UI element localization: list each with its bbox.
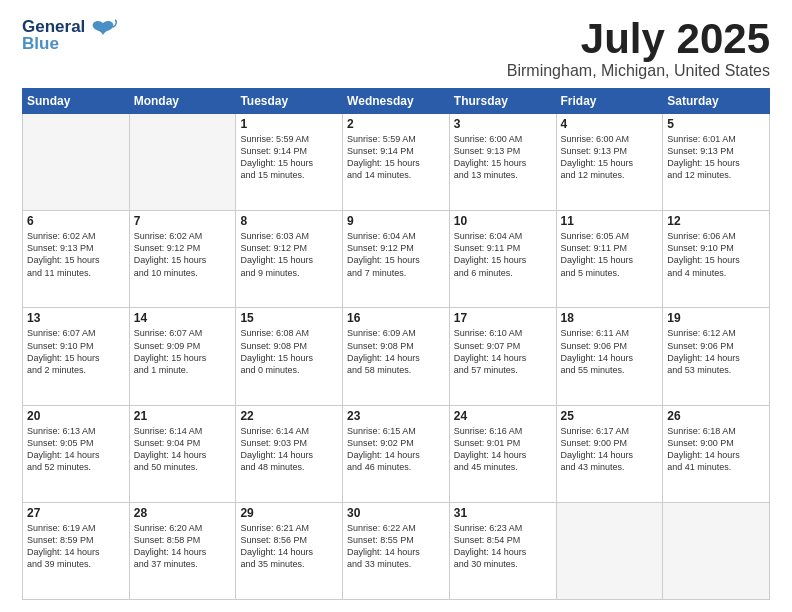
calendar-week-2: 6Sunrise: 6:02 AM Sunset: 9:13 PM Daylig… — [23, 211, 770, 308]
day-info: Sunrise: 6:04 AM Sunset: 9:11 PM Dayligh… — [454, 230, 552, 279]
day-number: 29 — [240, 506, 338, 520]
day-info: Sunrise: 6:07 AM Sunset: 9:09 PM Dayligh… — [134, 327, 232, 376]
calendar-cell-w1d1 — [23, 114, 130, 211]
day-info: Sunrise: 6:09 AM Sunset: 9:08 PM Dayligh… — [347, 327, 445, 376]
calendar-cell-w5d6 — [556, 502, 663, 599]
day-number: 11 — [561, 214, 659, 228]
day-number: 27 — [27, 506, 125, 520]
day-number: 19 — [667, 311, 765, 325]
calendar-week-1: 1Sunrise: 5:59 AM Sunset: 9:14 PM Daylig… — [23, 114, 770, 211]
day-info: Sunrise: 6:17 AM Sunset: 9:00 PM Dayligh… — [561, 425, 659, 474]
calendar-cell-w3d7: 19Sunrise: 6:12 AM Sunset: 9:06 PM Dayli… — [663, 308, 770, 405]
calendar-cell-w1d5: 3Sunrise: 6:00 AM Sunset: 9:13 PM Daylig… — [449, 114, 556, 211]
calendar-cell-w5d1: 27Sunrise: 6:19 AM Sunset: 8:59 PM Dayli… — [23, 502, 130, 599]
day-header-sunday: Sunday — [23, 89, 130, 114]
day-info: Sunrise: 6:15 AM Sunset: 9:02 PM Dayligh… — [347, 425, 445, 474]
day-info: Sunrise: 6:04 AM Sunset: 9:12 PM Dayligh… — [347, 230, 445, 279]
calendar-cell-w5d4: 30Sunrise: 6:22 AM Sunset: 8:55 PM Dayli… — [343, 502, 450, 599]
calendar-cell-w2d3: 8Sunrise: 6:03 AM Sunset: 9:12 PM Daylig… — [236, 211, 343, 308]
day-number: 28 — [134, 506, 232, 520]
logo-bird-icon — [89, 17, 117, 49]
day-info: Sunrise: 6:13 AM Sunset: 9:05 PM Dayligh… — [27, 425, 125, 474]
calendar-cell-w3d1: 13Sunrise: 6:07 AM Sunset: 9:10 PM Dayli… — [23, 308, 130, 405]
day-number: 8 — [240, 214, 338, 228]
calendar-cell-w1d7: 5Sunrise: 6:01 AM Sunset: 9:13 PM Daylig… — [663, 114, 770, 211]
day-info: Sunrise: 6:22 AM Sunset: 8:55 PM Dayligh… — [347, 522, 445, 571]
day-info: Sunrise: 6:07 AM Sunset: 9:10 PM Dayligh… — [27, 327, 125, 376]
calendar-cell-w5d3: 29Sunrise: 6:21 AM Sunset: 8:56 PM Dayli… — [236, 502, 343, 599]
calendar-cell-w4d4: 23Sunrise: 6:15 AM Sunset: 9:02 PM Dayli… — [343, 405, 450, 502]
day-number: 12 — [667, 214, 765, 228]
calendar-cell-w2d4: 9Sunrise: 6:04 AM Sunset: 9:12 PM Daylig… — [343, 211, 450, 308]
day-number: 17 — [454, 311, 552, 325]
day-info: Sunrise: 6:11 AM Sunset: 9:06 PM Dayligh… — [561, 327, 659, 376]
day-info: Sunrise: 6:08 AM Sunset: 9:08 PM Dayligh… — [240, 327, 338, 376]
day-number: 31 — [454, 506, 552, 520]
day-number: 4 — [561, 117, 659, 131]
day-number: 10 — [454, 214, 552, 228]
calendar-cell-w4d6: 25Sunrise: 6:17 AM Sunset: 9:00 PM Dayli… — [556, 405, 663, 502]
day-number: 26 — [667, 409, 765, 423]
page: General Blue July 2025 Birmingham, Michi… — [0, 0, 792, 612]
day-info: Sunrise: 6:21 AM Sunset: 8:56 PM Dayligh… — [240, 522, 338, 571]
calendar-cell-w2d1: 6Sunrise: 6:02 AM Sunset: 9:13 PM Daylig… — [23, 211, 130, 308]
day-number: 3 — [454, 117, 552, 131]
day-number: 18 — [561, 311, 659, 325]
day-info: Sunrise: 6:12 AM Sunset: 9:06 PM Dayligh… — [667, 327, 765, 376]
calendar-cell-w2d6: 11Sunrise: 6:05 AM Sunset: 9:11 PM Dayli… — [556, 211, 663, 308]
calendar-cell-w3d4: 16Sunrise: 6:09 AM Sunset: 9:08 PM Dayli… — [343, 308, 450, 405]
day-info: Sunrise: 6:18 AM Sunset: 9:00 PM Dayligh… — [667, 425, 765, 474]
logo-blue: Blue — [22, 35, 85, 52]
calendar-cell-w1d6: 4Sunrise: 6:00 AM Sunset: 9:13 PM Daylig… — [556, 114, 663, 211]
main-title: July 2025 — [507, 18, 770, 60]
day-info: Sunrise: 6:02 AM Sunset: 9:12 PM Dayligh… — [134, 230, 232, 279]
day-number: 22 — [240, 409, 338, 423]
calendar-week-3: 13Sunrise: 6:07 AM Sunset: 9:10 PM Dayli… — [23, 308, 770, 405]
calendar-cell-w5d5: 31Sunrise: 6:23 AM Sunset: 8:54 PM Dayli… — [449, 502, 556, 599]
calendar-cell-w4d7: 26Sunrise: 6:18 AM Sunset: 9:00 PM Dayli… — [663, 405, 770, 502]
title-block: July 2025 Birmingham, Michigan, United S… — [507, 18, 770, 80]
day-number: 24 — [454, 409, 552, 423]
calendar-cell-w5d2: 28Sunrise: 6:20 AM Sunset: 8:58 PM Dayli… — [129, 502, 236, 599]
day-info: Sunrise: 6:00 AM Sunset: 9:13 PM Dayligh… — [561, 133, 659, 182]
day-header-wednesday: Wednesday — [343, 89, 450, 114]
day-info: Sunrise: 6:19 AM Sunset: 8:59 PM Dayligh… — [27, 522, 125, 571]
day-info: Sunrise: 6:16 AM Sunset: 9:01 PM Dayligh… — [454, 425, 552, 474]
calendar-cell-w3d6: 18Sunrise: 6:11 AM Sunset: 9:06 PM Dayli… — [556, 308, 663, 405]
day-number: 30 — [347, 506, 445, 520]
day-number: 5 — [667, 117, 765, 131]
day-info: Sunrise: 5:59 AM Sunset: 9:14 PM Dayligh… — [347, 133, 445, 182]
day-info: Sunrise: 6:03 AM Sunset: 9:12 PM Dayligh… — [240, 230, 338, 279]
calendar-cell-w4d2: 21Sunrise: 6:14 AM Sunset: 9:04 PM Dayli… — [129, 405, 236, 502]
day-info: Sunrise: 6:10 AM Sunset: 9:07 PM Dayligh… — [454, 327, 552, 376]
calendar-cell-w3d3: 15Sunrise: 6:08 AM Sunset: 9:08 PM Dayli… — [236, 308, 343, 405]
calendar-cell-w2d2: 7Sunrise: 6:02 AM Sunset: 9:12 PM Daylig… — [129, 211, 236, 308]
calendar-cell-w4d1: 20Sunrise: 6:13 AM Sunset: 9:05 PM Dayli… — [23, 405, 130, 502]
day-number: 7 — [134, 214, 232, 228]
day-number: 21 — [134, 409, 232, 423]
subtitle: Birmingham, Michigan, United States — [507, 62, 770, 80]
day-number: 13 — [27, 311, 125, 325]
calendar-week-4: 20Sunrise: 6:13 AM Sunset: 9:05 PM Dayli… — [23, 405, 770, 502]
calendar-cell-w3d2: 14Sunrise: 6:07 AM Sunset: 9:09 PM Dayli… — [129, 308, 236, 405]
day-info: Sunrise: 5:59 AM Sunset: 9:14 PM Dayligh… — [240, 133, 338, 182]
day-header-monday: Monday — [129, 89, 236, 114]
day-info: Sunrise: 6:06 AM Sunset: 9:10 PM Dayligh… — [667, 230, 765, 279]
logo-general: General — [22, 18, 85, 35]
day-info: Sunrise: 6:20 AM Sunset: 8:58 PM Dayligh… — [134, 522, 232, 571]
calendar-cell-w5d7 — [663, 502, 770, 599]
day-info: Sunrise: 6:02 AM Sunset: 9:13 PM Dayligh… — [27, 230, 125, 279]
day-number: 14 — [134, 311, 232, 325]
day-number: 2 — [347, 117, 445, 131]
logo: General Blue — [22, 18, 117, 52]
day-number: 1 — [240, 117, 338, 131]
calendar-cell-w1d4: 2Sunrise: 5:59 AM Sunset: 9:14 PM Daylig… — [343, 114, 450, 211]
day-info: Sunrise: 6:05 AM Sunset: 9:11 PM Dayligh… — [561, 230, 659, 279]
calendar-cell-w4d3: 22Sunrise: 6:14 AM Sunset: 9:03 PM Dayli… — [236, 405, 343, 502]
day-info: Sunrise: 6:14 AM Sunset: 9:03 PM Dayligh… — [240, 425, 338, 474]
day-header-friday: Friday — [556, 89, 663, 114]
calendar-cell-w2d5: 10Sunrise: 6:04 AM Sunset: 9:11 PM Dayli… — [449, 211, 556, 308]
day-info: Sunrise: 6:23 AM Sunset: 8:54 PM Dayligh… — [454, 522, 552, 571]
day-header-thursday: Thursday — [449, 89, 556, 114]
day-number: 15 — [240, 311, 338, 325]
